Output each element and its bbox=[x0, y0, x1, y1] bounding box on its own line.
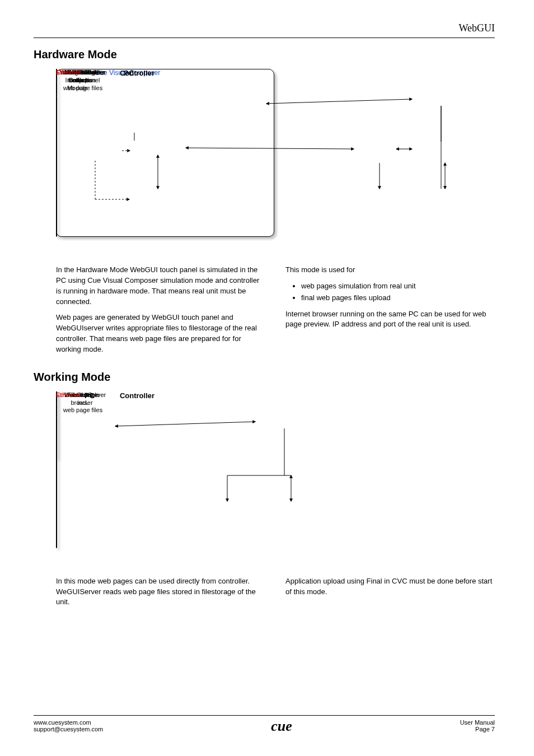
wm-ethernet-label: Ethernet bbox=[56, 391, 81, 398]
footer-left: www.cuesystem.com support@cuesystem.com bbox=[34, 719, 103, 732]
hardware-mode-heading: Hardware Mode bbox=[34, 48, 495, 61]
svg-line-0 bbox=[266, 99, 412, 104]
hardware-mode-diagram: PC Cue Visual Composer WebGUI touch pane… bbox=[56, 69, 495, 248]
ethernet-label-2: Ethernet bbox=[56, 69, 81, 76]
col-left: In the Hardware Mode WebGUI touch panel … bbox=[56, 265, 265, 361]
hm-p1: In the Hardware Mode WebGUI touch panel … bbox=[56, 265, 265, 307]
col-right: This mode is used for web pages simulati… bbox=[285, 265, 495, 361]
hm-b1: web pages simulation from real unit bbox=[301, 281, 495, 292]
wm-arrows bbox=[56, 391, 369, 554]
working-mode-text: In this mode web pages can be used direc… bbox=[56, 576, 495, 614]
hm-b2: final web pages files upload bbox=[301, 293, 495, 304]
hm-bullets: web pages simulation from real unit fina… bbox=[301, 281, 495, 304]
footer-logo: cue bbox=[271, 719, 292, 734]
wm-p2: Application upload using Final in CVC mu… bbox=[285, 576, 495, 598]
footer-manual: User Manual bbox=[460, 719, 495, 726]
working-mode-diagram: PC Internet browser Controller WebGUISer… bbox=[56, 391, 495, 559]
working-mode-heading: Working Mode bbox=[34, 371, 495, 384]
pc-box bbox=[56, 69, 274, 237]
hm-p4: Internet browser running on the same PC … bbox=[285, 309, 495, 330]
wm-col-right: Application upload using Final in CVC mu… bbox=[285, 576, 495, 614]
footer-url: www.cuesystem.com bbox=[34, 719, 103, 726]
svg-line-13 bbox=[115, 422, 255, 426]
wm-col-left: In this mode web pages can be used direc… bbox=[56, 576, 265, 614]
wm-p1: In this mode web pages can be used direc… bbox=[56, 576, 265, 608]
footer-right: User Manual Page 7 bbox=[460, 719, 495, 732]
hm-p3: This mode is used for bbox=[285, 265, 495, 276]
page-header: WebGUI bbox=[34, 22, 495, 38]
page-footer: www.cuesystem.com support@cuesystem.com … bbox=[34, 715, 495, 734]
hm-p2: Web pages are generated by WebGUI touch … bbox=[56, 312, 265, 354]
hardware-mode-text: In the Hardware Mode WebGUI touch panel … bbox=[56, 265, 495, 361]
footer-email: support@cuesystem.com bbox=[34, 726, 103, 732]
footer-page: Page 7 bbox=[460, 726, 495, 732]
